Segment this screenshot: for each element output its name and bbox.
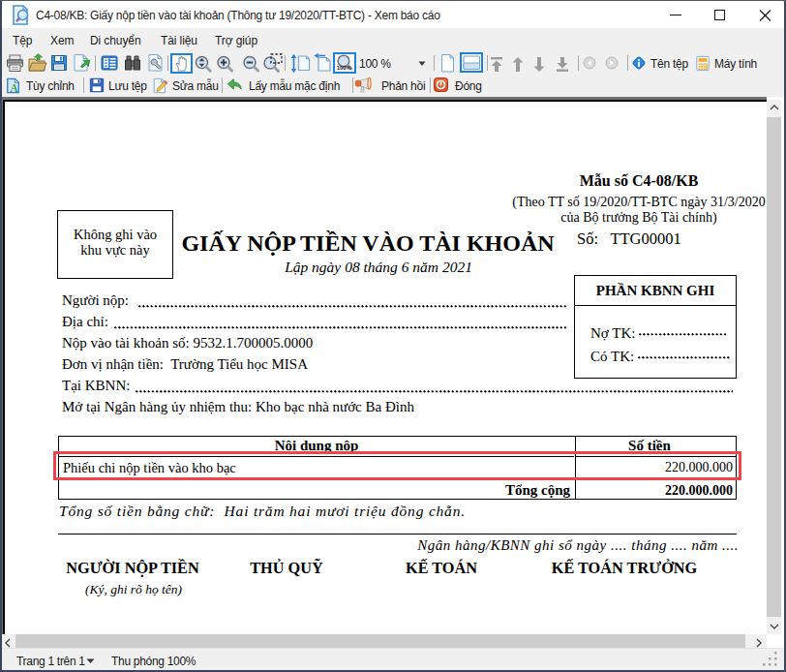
svg-text:100%: 100% <box>337 65 351 71</box>
svg-text:A: A <box>10 82 18 94</box>
